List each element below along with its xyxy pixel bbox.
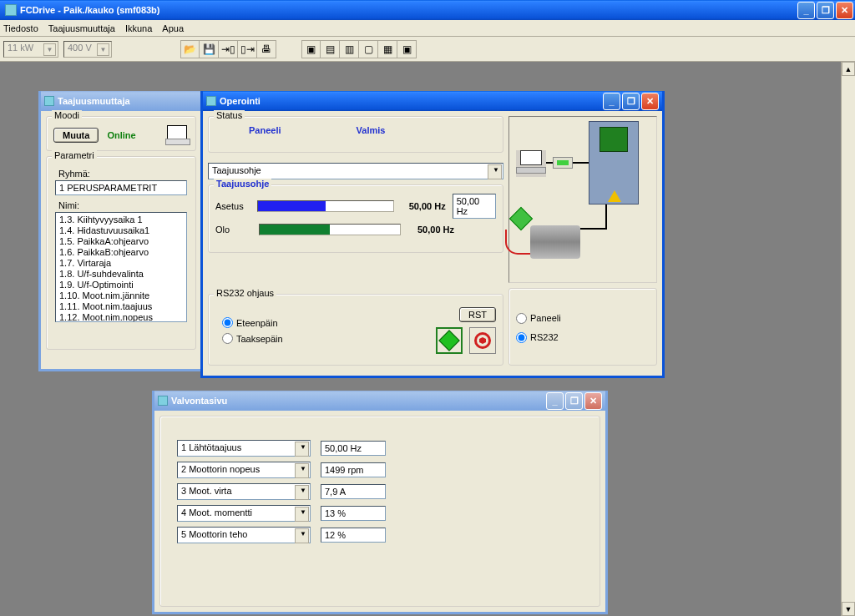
window2-icon[interactable]: ▤ [321, 40, 340, 58]
start-icon [438, 330, 459, 351]
reference-group-title: Taajuusohje [214, 179, 271, 189]
monitor-window-icon [158, 396, 168, 406]
toolbar-group-file: 📂 💾 ⇥▯ ▯⇥ 🖶 [180, 40, 276, 58]
stop-icon [474, 332, 491, 349]
diagram-link-icon [553, 157, 573, 169]
menu-converter[interactable]: Taajuusmuuttaja [48, 23, 115, 33]
mdi-area: ▲ ▼ Taajuusmuuttaja Moodi Muuta Online [0, 62, 855, 616]
window1-icon[interactable]: ▣ [301, 40, 321, 58]
param-group: Parametri Ryhmä: 1 PERUSPARAMETRIT Nimi:… [46, 156, 196, 350]
monitor-param-select[interactable]: 5 Moottorin teho [177, 527, 311, 543]
operation-title: Operointi [220, 96, 603, 106]
operation-titlebar[interactable]: Operointi _ ❐ ✕ [203, 91, 662, 111]
panel-radio[interactable]: Paneeli [516, 313, 650, 324]
list-item[interactable]: 1.8. U/f-suhdevalinta [58, 269, 185, 280]
operation-window[interactable]: Operointi _ ❐ ✕ Status Paneeli Valmis [200, 91, 665, 378]
mode-label: Moodi [52, 110, 82, 120]
mon-maximize-button[interactable]: ❐ [565, 392, 583, 410]
setpoint-input[interactable]: 50,00 Hz [453, 194, 496, 219]
op-maximize-button[interactable]: ❐ [622, 93, 640, 110]
op-minimize-button[interactable]: _ [603, 93, 620, 110]
list-item[interactable]: 1.3. Kiihtyvyysaika 1 [58, 215, 185, 225]
save-icon[interactable]: 💾 [200, 40, 219, 58]
group-value[interactable]: 1 PERUSPARAMETRIT [55, 180, 187, 195]
diagram-chip-icon [600, 127, 628, 152]
window3-icon[interactable]: ▥ [340, 40, 359, 58]
list-item[interactable]: 1.10. Moot.nim.jännite [58, 290, 185, 301]
menu-help[interactable]: Apua [162, 23, 184, 33]
converter-titlebar[interactable]: Taajuusmuuttaja [41, 91, 201, 111]
scroll-down-icon[interactable]: ▼ [842, 602, 855, 616]
monitor-param-select[interactable]: 3 Moot. virta [177, 483, 311, 500]
window6-icon[interactable]: ▣ [397, 40, 417, 58]
window-buttons: _ ❐ ✕ [797, 2, 853, 19]
mon-minimize-button[interactable]: _ [546, 392, 564, 410]
operation-body: Status Paneeli Valmis Taajuusohje Taajuu… [203, 111, 662, 376]
maximize-button[interactable]: ❐ [817, 2, 834, 19]
backward-radio[interactable]: Taaksepäin [222, 333, 283, 344]
change-button[interactable]: Muuta [53, 128, 99, 143]
system-diagram [508, 116, 657, 283]
param-label: Parametri [52, 150, 97, 160]
download-icon[interactable]: ▯⇥ [238, 40, 257, 58]
list-item[interactable]: 1.9. U/f-Optimointi [58, 280, 185, 290]
setpoint-value: 50,00 Hz [401, 201, 446, 211]
name-label: Nimi: [58, 200, 184, 210]
diagram-run-icon [509, 207, 533, 230]
power-select[interactable]: 11 kW [3, 41, 58, 58]
status-panel-text: Paneeli [249, 125, 281, 135]
actual-value: 50,00 Hz [407, 225, 454, 235]
online-status: Online [107, 130, 135, 140]
window5-icon[interactable]: ▦ [378, 40, 397, 58]
op-close-button[interactable]: ✕ [641, 93, 659, 110]
toolbar-group-windows: ▣ ▤ ▥ ▢ ▦ ▣ [301, 40, 417, 58]
voltage-select[interactable]: 400 V [63, 41, 112, 58]
scroll-up-icon[interactable]: ▲ [842, 62, 855, 76]
monitor-window[interactable]: Valvontasivu _ ❐ ✕ 1 Lähtötaajuus50,00 H… [152, 391, 608, 614]
menubar: Tiedosto Taajuusmuuttaja Ikkuna Apua [0, 20, 855, 37]
list-item[interactable]: 1.6. PaikkaB:ohjearvo [58, 247, 185, 258]
list-item[interactable]: 1.11. Moot.nim.taajuus [58, 301, 185, 312]
forward-radio[interactable]: Eteenpäin [222, 317, 283, 328]
monitor-group: 1 Lähtötaajuus50,00 Hz2 Moottorin nopeus… [159, 416, 600, 607]
converter-window[interactable]: Taajuusmuuttaja Moodi Muuta Online Param… [38, 91, 204, 371]
rs232-group: RS232 ohjaus Eteenpäin Taaksepäin RST [208, 294, 503, 366]
menu-window[interactable]: Ikkuna [125, 23, 152, 33]
group-label: Ryhmä: [58, 169, 184, 179]
status-ready-text: Valmis [357, 125, 386, 135]
monitor-param-select[interactable]: 1 Lähtötaajuus [177, 440, 311, 457]
monitor-row: 3 Moot. virta7,9 A [177, 483, 593, 500]
mon-close-button[interactable]: ✕ [584, 392, 602, 410]
list-item[interactable]: 1.4. Hidastuvuusaika1 [58, 225, 185, 236]
reference-select[interactable]: Taajuusohje [208, 163, 503, 179]
close-button[interactable]: ✕ [836, 2, 853, 19]
control-source-group: Paneeli RS232 [508, 288, 657, 366]
monitor-titlebar[interactable]: Valvontasivu _ ❐ ✕ [154, 391, 605, 411]
menu-file[interactable]: Tiedosto [3, 23, 38, 33]
open-icon[interactable]: 📂 [180, 40, 200, 58]
vertical-scrollbar[interactable]: ▲ ▼ [841, 62, 855, 616]
list-item[interactable]: 1.12. Moot.nim.nopeus [58, 312, 185, 322]
param-list[interactable]: 1.3. Kiihtyvyysaika 1 1.4. Hidastuvuusai… [55, 212, 187, 322]
actual-bar [259, 224, 401, 235]
monitor-param-select[interactable]: 4 Moot. momentti [177, 505, 311, 522]
status-group-title: Status [214, 110, 245, 120]
minimize-button[interactable]: _ [797, 2, 815, 19]
main-window: FCDrive - Paik./kauko (smf083b) _ ❐ ✕ Ti… [0, 0, 855, 616]
rs232-radio[interactable]: RS232 [516, 332, 650, 343]
list-item[interactable]: 1.7. Virtaraja [58, 258, 185, 269]
monitor-param-select[interactable]: 2 Moottorin nopeus [177, 462, 311, 478]
converter-title: Taajuusmuuttaja [58, 96, 198, 106]
monitor-value: 13 % [321, 506, 386, 521]
setpoint-label: Asetus [215, 201, 250, 211]
print-icon[interactable]: 🖶 [257, 40, 276, 58]
rst-button[interactable]: RST [459, 307, 496, 322]
window4-icon[interactable]: ▢ [359, 40, 378, 58]
stop-button[interactable] [469, 327, 496, 354]
start-button[interactable] [436, 327, 463, 354]
list-item[interactable]: 1.5. PaikkaA:ohjearvo [58, 236, 185, 247]
toolbar: 11 kW 400 V 📂 💾 ⇥▯ ▯⇥ 🖶 ▣ ▤ ▥ ▢ ▦ ▣ [0, 37, 855, 62]
upload-icon[interactable]: ⇥▯ [219, 40, 238, 58]
monitor-title: Valvontasivu [171, 396, 546, 406]
diagram-motor-icon [530, 225, 580, 259]
